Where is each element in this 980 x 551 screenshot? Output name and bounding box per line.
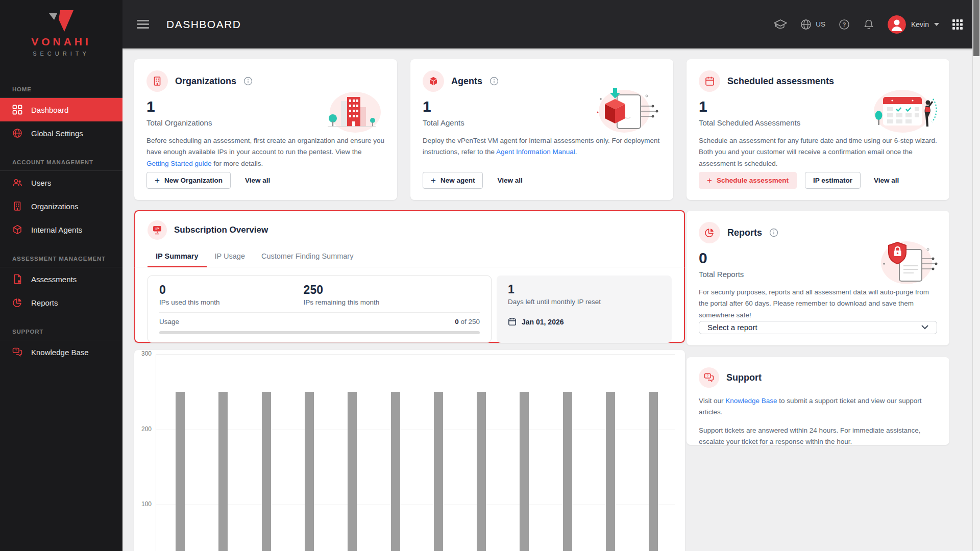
usage-label: Usage (159, 318, 179, 325)
locale-selector[interactable]: US (800, 19, 825, 30)
ip-estimator-button[interactable]: IP estimator (805, 172, 861, 189)
logo-subtitle: SECURITY (0, 51, 122, 57)
chart-y-tick-label: 100 (134, 500, 152, 508)
page-scrollbar[interactable] (972, 0, 980, 551)
locale-label: US (816, 20, 825, 28)
scrollbar-thumb[interactable] (973, 0, 979, 56)
sidebar-item-dashboard[interactable]: Dashboard (0, 98, 122, 121)
vonahi-logo-mark (40, 10, 83, 33)
hamburger-menu-icon[interactable] (137, 18, 149, 31)
usage-total: of 250 (459, 318, 480, 325)
card-title: Subscription Overview (174, 225, 268, 235)
sidebar-item-label: Users (31, 179, 51, 187)
academy-cap-icon[interactable] (774, 19, 787, 30)
info-icon[interactable] (489, 77, 499, 86)
help-icon[interactable]: ? (839, 19, 850, 30)
chart-card: 100200300 (134, 350, 685, 551)
support-paragraph-1: Visit our Knowledge Base to submit a sup… (699, 395, 937, 417)
button-label: Schedule assessment (717, 177, 789, 184)
chat-bubbles-icon: ? (12, 347, 22, 357)
card-title: Agents (451, 76, 482, 87)
knowledge-base-link[interactable]: Knowledge Base (725, 397, 777, 405)
usage-progress-bar (159, 331, 480, 334)
chart-bar (176, 392, 185, 551)
new-organization-button[interactable]: +New Organization (146, 172, 231, 189)
tab-ip-summary[interactable]: IP Summary (148, 247, 207, 267)
sidebar: VONAHI SECURITY HOME Dashboard Global Se… (0, 0, 122, 551)
scheduled-assessments-card: Scheduled assessments 1 Total Scheduled … (687, 59, 949, 200)
assessment-doc-icon (12, 274, 22, 284)
agents-view-all-button[interactable]: View all (497, 177, 522, 184)
button-label: New agent (440, 177, 475, 184)
divider (508, 312, 660, 312)
desc-text: Before scheduling an assessment, first c… (146, 137, 384, 156)
new-agent-button[interactable]: +New agent (423, 172, 483, 189)
avatar (888, 15, 906, 34)
chevron-down-icon (921, 325, 928, 330)
sidebar-item-global-settings[interactable]: Global Settings (0, 121, 122, 145)
reports-description: For security purposes, reports and all a… (699, 287, 937, 321)
ips-used-value: 0 (159, 283, 304, 297)
calendar-icon (699, 70, 720, 92)
desc-text: for more details. (212, 160, 263, 167)
divider (159, 312, 480, 313)
agent-information-manual-link[interactable]: Agent Information Manual (496, 148, 575, 156)
info-icon[interactable] (769, 228, 778, 237)
reports-card: Reports 0 Total Reports For security pur… (687, 211, 949, 345)
sidebar-item-knowledge-base[interactable]: ? Knowledge Base (0, 340, 122, 364)
info-icon[interactable] (243, 77, 253, 86)
page-title: DASHBOARD (166, 18, 241, 31)
nav-section-assessment-management: ASSESSMENT MANAGEMENT (0, 249, 122, 267)
schedule-assessment-button[interactable]: +Schedule assessment (699, 172, 797, 189)
days-left-value: 1 (508, 283, 660, 296)
sidebar-item-internal-agents[interactable]: Internal Agents (0, 218, 122, 241)
usage-value: 0 (455, 318, 459, 325)
globe-icon (800, 19, 812, 30)
svg-text:?: ? (15, 348, 17, 352)
sidebar-item-label: Assessments (31, 275, 77, 284)
building-icon (146, 70, 168, 92)
agents-description: Deploy the vPenTest VM agent for interna… (423, 135, 661, 158)
ips-remaining-label: IPs remaining this month (304, 298, 380, 306)
sidebar-item-organizations[interactable]: Organizations (0, 194, 122, 218)
topbar-actions: US ? Kevin (774, 15, 963, 34)
chart-bar (391, 392, 400, 551)
organizations-card: Organizations 1 Total Organizations Befo… (134, 59, 397, 200)
plus-icon: + (155, 177, 160, 184)
days-left-label: Days left until monthly IP reset (508, 298, 660, 306)
main-content: Organizations 1 Total Organizations Befo… (122, 48, 980, 551)
user-menu[interactable]: Kevin (888, 15, 939, 34)
users-icon (12, 178, 22, 188)
nav-section-support: SUPPORT (0, 322, 122, 340)
card-title: Organizations (175, 76, 236, 87)
card-title: Support (726, 372, 762, 383)
getting-started-guide-link[interactable]: Getting Started guide (146, 160, 212, 167)
plus-icon: + (431, 177, 436, 184)
subscription-tabs: IP Summary IP Usage Customer Finding Sum… (134, 247, 685, 267)
sidebar-item-label: Internal Agents (31, 226, 82, 234)
report-select[interactable]: Select a report (699, 321, 937, 334)
cube-icon (12, 224, 22, 235)
sidebar-item-label: Reports (31, 298, 58, 307)
support-card: ? Support Visit our Knowledge Base to su… (687, 357, 949, 445)
sidebar-item-label: Knowledge Base (31, 348, 89, 357)
report-select-value: Select a report (707, 323, 757, 332)
organizations-illustration (315, 86, 387, 137)
ip-reset-panel: 1 Days left until monthly IP reset Jan 0… (497, 276, 672, 343)
ip-summary-panel: 0 IPs used this month 250 IPs remaining … (148, 276, 492, 343)
sidebar-item-users[interactable]: Users (0, 171, 122, 194)
sidebar-item-label: Organizations (31, 202, 79, 211)
card-title: Reports (727, 228, 762, 238)
tab-customer-finding-summary[interactable]: Customer Finding Summary (253, 247, 362, 267)
svg-text:?: ? (842, 21, 846, 28)
sidebar-item-reports[interactable]: Reports (0, 291, 122, 314)
sidebar-item-assessments[interactable]: Assessments (0, 267, 122, 291)
tab-ip-usage[interactable]: IP Usage (207, 247, 253, 267)
chart-y-tick-label: 300 (134, 350, 152, 357)
scheduled-description: Schedule an assessment for any future da… (699, 135, 937, 169)
notifications-bell-icon[interactable] (863, 19, 874, 30)
card-title: Scheduled assessments (727, 76, 834, 87)
apps-grid-icon[interactable] (952, 19, 963, 30)
organizations-view-all-button[interactable]: View all (245, 177, 270, 184)
scheduled-view-all-button[interactable]: View all (874, 177, 899, 184)
